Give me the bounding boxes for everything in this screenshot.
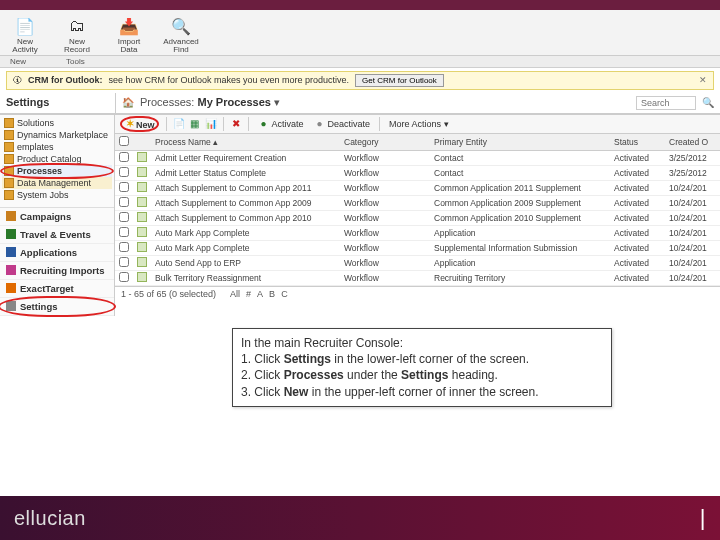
cell-date: 3/25/2012 <box>665 165 720 180</box>
row-checkbox[interactable] <box>119 167 129 177</box>
workflow-icon <box>137 242 147 252</box>
folder-icon <box>4 130 14 140</box>
folder-icon <box>4 118 14 128</box>
cell-entity: Common Application 2010 Supplement <box>430 210 610 225</box>
alpha-a[interactable]: A <box>257 289 263 299</box>
col-primary-entity[interactable]: Primary Entity <box>430 134 610 151</box>
alpha-c[interactable]: C <box>281 289 288 299</box>
cell-name: Auto Send App to ERP <box>151 255 340 270</box>
deactivate-button[interactable]: ●Deactivate <box>311 117 374 131</box>
cell-entity: Common Application 2009 Supplement <box>430 195 610 210</box>
row-checkbox[interactable] <box>119 257 129 267</box>
main-header: 🏠 Processes: My Processes ▾ 🔍 <box>115 93 720 114</box>
tree-marketplace[interactable]: Dynamics Marketplace <box>2 129 112 141</box>
search-input[interactable] <box>636 96 696 110</box>
tree-data-management[interactable]: Data Management <box>2 177 112 189</box>
instruction-callout: In the main Recruiter Console: 1. Click … <box>232 328 612 407</box>
table-row[interactable]: Admit Letter Requirement CreationWorkflo… <box>115 150 720 165</box>
tree-processes[interactable]: Processes <box>2 165 112 177</box>
promo-close-icon[interactable]: ✕ <box>699 75 707 85</box>
alpha-filter: All # A B C <box>230 289 288 299</box>
nav-applications[interactable]: Applications <box>0 244 114 262</box>
workflow-icon <box>137 227 147 237</box>
table-row[interactable]: Attach Supplement to Common App 2009Work… <box>115 195 720 210</box>
tree-system-jobs[interactable]: System Jobs <box>2 189 112 201</box>
report-icon[interactable]: 📊 <box>205 118 217 130</box>
activate-button[interactable]: ●Activate <box>255 117 307 131</box>
table-row[interactable]: Auto Mark App CompleteWorkflowApplicatio… <box>115 225 720 240</box>
cell-status: Activated <box>610 150 665 165</box>
row-checkbox[interactable] <box>119 242 129 252</box>
cell-name: Auto Mark App Complete <box>151 225 340 240</box>
alpha-all[interactable]: All <box>230 289 240 299</box>
excel-icon[interactable]: ▦ <box>189 118 201 130</box>
processes-grid: Process Name ▴ Category Primary Entity S… <box>115 134 720 286</box>
edit-icon[interactable]: 📄 <box>173 118 185 130</box>
callout-line-1: In the main Recruiter Console: <box>241 335 603 351</box>
settings-icon <box>6 301 16 311</box>
ribbon: 📄 New Activity 🗂 New Record 📥 Import Dat… <box>0 10 720 56</box>
callout-line-3: 2. Click Processes under the Settings he… <box>241 367 603 383</box>
ribbon-group-tools: Tools <box>66 57 85 66</box>
travel-icon <box>6 229 16 239</box>
footer-divider: | <box>700 505 706 531</box>
row-checkbox[interactable] <box>119 212 129 222</box>
callout-line-2: 1. Click Settings in the lower-left corn… <box>241 351 603 367</box>
table-row[interactable]: Bulk Territory ReassignmentWorkflowRecru… <box>115 270 720 285</box>
ribbon-import-data[interactable]: 📥 Import Data <box>110 14 148 55</box>
table-row[interactable]: Attach Supplement to Common App 2011Work… <box>115 180 720 195</box>
tree-product-catalog[interactable]: Product Catalog <box>2 153 112 165</box>
row-checkbox[interactable] <box>119 152 129 162</box>
ribbon-label: Advanced Find <box>162 38 200 55</box>
folder-icon <box>4 154 14 164</box>
nav-settings[interactable]: Settings <box>0 298 114 316</box>
tree-templates[interactable]: emplates <box>2 141 112 153</box>
cell-date: 10/24/201 <box>665 240 720 255</box>
exacttarget-icon <box>6 283 16 293</box>
alpha-hash[interactable]: # <box>246 289 251 299</box>
table-row[interactable]: Admit Letter Status CompleteWorkflowCont… <box>115 165 720 180</box>
campaigns-icon <box>6 211 16 221</box>
cell-date: 10/24/201 <box>665 270 720 285</box>
process-toolbar: ✶New 📄 ▦ 📊 ✖ ●Activate ●Deactivate More … <box>115 115 720 134</box>
cell-name: Attach Supplement to Common App 2011 <box>151 180 340 195</box>
ribbon-new-record[interactable]: 🗂 New Record <box>58 14 96 55</box>
alpha-b[interactable]: B <box>269 289 275 299</box>
col-process-name[interactable]: Process Name ▴ <box>151 134 340 151</box>
home-icon[interactable]: 🏠 <box>122 97 134 108</box>
ribbon-group-new: New <box>10 57 26 66</box>
nav-travel-events[interactable]: Travel & Events <box>0 226 114 244</box>
grid-pager: 1 - 65 of 65 (0 selected) All # A B C <box>115 286 720 301</box>
row-checkbox[interactable] <box>119 272 129 282</box>
cell-status: Activated <box>610 195 665 210</box>
table-row[interactable]: Auto Send App to ERPWorkflowApplicationA… <box>115 255 720 270</box>
pager-status: 1 - 65 of 65 (0 selected) <box>121 289 216 299</box>
row-checkbox[interactable] <box>119 227 129 237</box>
row-checkbox[interactable] <box>119 182 129 192</box>
tree-solutions[interactable]: Solutions <box>2 117 112 129</box>
table-row[interactable]: Attach Supplement to Common App 2010Work… <box>115 210 720 225</box>
nav-recruiting-imports[interactable]: Recruiting Imports <box>0 262 114 280</box>
row-checkbox[interactable] <box>119 197 129 207</box>
col-created-on[interactable]: Created O <box>665 134 720 151</box>
nav-campaigns[interactable]: Campaigns <box>0 208 114 226</box>
table-row[interactable]: Auto Mark App CompleteWorkflowSupplement… <box>115 240 720 255</box>
col-status[interactable]: Status <box>610 134 665 151</box>
ribbon-advanced-find[interactable]: 🔍 Advanced Find <box>162 14 200 55</box>
main-pane: ✶New 📄 ▦ 📊 ✖ ●Activate ●Deactivate More … <box>115 115 720 316</box>
search-icon[interactable]: 🔍 <box>702 97 714 108</box>
delete-icon[interactable]: ✖ <box>230 118 242 130</box>
select-all-checkbox[interactable] <box>119 136 129 146</box>
more-actions-menu[interactable]: More Actions ▾ <box>386 118 452 130</box>
cell-category: Workflow <box>340 225 430 240</box>
cell-entity: Common Application 2011 Supplement <box>430 180 610 195</box>
workspace: Solutions Dynamics Marketplace emplates … <box>0 114 720 316</box>
cell-status: Activated <box>610 270 665 285</box>
get-crm-button[interactable]: Get CRM for Outlook <box>355 74 444 87</box>
ribbon-new-activity[interactable]: 📄 New Activity <box>6 14 44 55</box>
new-button[interactable]: ✶New <box>119 117 160 131</box>
col-category[interactable]: Category <box>340 134 430 151</box>
col-checkbox[interactable] <box>115 134 133 151</box>
cell-status: Activated <box>610 180 665 195</box>
nav-exacttarget[interactable]: ExactTarget <box>0 280 114 298</box>
